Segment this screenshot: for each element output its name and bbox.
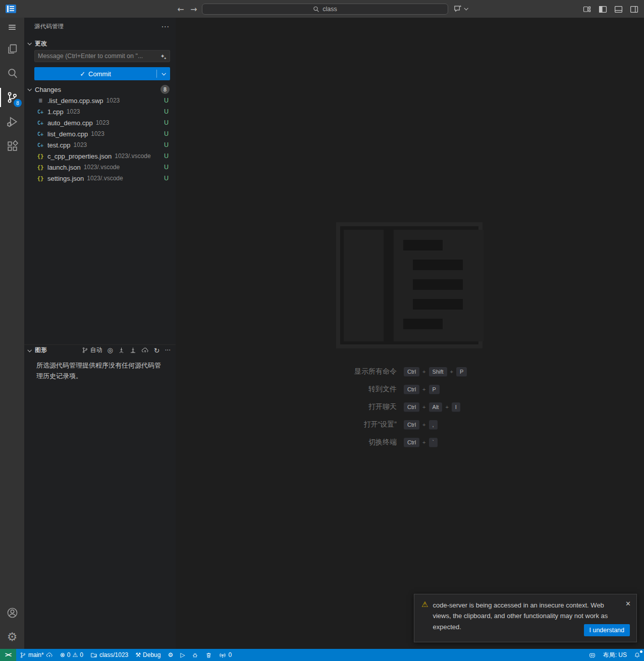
changes-tree-header[interactable]: Changes 8 bbox=[24, 84, 176, 95]
vscode-server-item[interactable] bbox=[585, 649, 600, 661]
scm-file-row[interactable]: ≡ .list_demo.cpp.swp 1023 U bbox=[24, 95, 176, 106]
more-actions-icon[interactable]: ··· bbox=[165, 347, 171, 354]
manage-gear-item[interactable]: ⚙ bbox=[164, 649, 177, 661]
key-plus-separator: + bbox=[422, 404, 425, 410]
command-center-text: class bbox=[323, 6, 337, 13]
sidebar-item-explorer[interactable] bbox=[0, 37, 24, 61]
generate-commit-message-icon[interactable]: ✦✦ bbox=[158, 53, 167, 60]
nav-back-icon[interactable]: ← bbox=[175, 3, 187, 15]
shortcut-row: 转到文件 Ctrl+P bbox=[212, 383, 596, 396]
scm-file-row[interactable]: C+ list_demo.cpp 1023 U bbox=[24, 128, 176, 139]
notifications-bell-item[interactable] bbox=[630, 649, 644, 661]
cpp-file-icon: C+ bbox=[36, 131, 44, 137]
shortcut-keys: Ctrl+, bbox=[404, 420, 438, 430]
problems-status-item[interactable]: ⊗ 0 ⚠ 0 bbox=[57, 649, 87, 661]
editor-area: 显示所有命令 Ctrl+Shift+P 转到文件 Ctrl+P 打开聊天 Ctr… bbox=[176, 18, 644, 649]
keycap: Ctrl bbox=[404, 438, 419, 447]
scm-file-row[interactable]: {} settings.json 1023/.vscode U bbox=[24, 173, 176, 184]
key-plus-separator: + bbox=[422, 386, 425, 392]
keycap: P bbox=[456, 367, 467, 377]
keyboard-layout-item[interactable]: 布局: US bbox=[600, 649, 630, 661]
folder-check-icon bbox=[90, 652, 97, 658]
commit-button[interactable]: ✓ Commit bbox=[34, 70, 156, 78]
more-actions-icon[interactable]: ··· bbox=[162, 23, 170, 31]
file-name: list_demo.cpp bbox=[47, 130, 88, 138]
file-name: 1.cpp bbox=[47, 108, 64, 116]
file-path: 1023 bbox=[67, 108, 161, 115]
folder-name: class/1023 bbox=[99, 651, 128, 658]
nav-forward-icon[interactable]: → bbox=[188, 3, 200, 15]
keycap: P bbox=[429, 385, 440, 394]
sidebar-item-search[interactable] bbox=[0, 61, 24, 85]
sidebar-item-extensions[interactable] bbox=[0, 134, 24, 158]
swp-file-icon: ≡ bbox=[36, 97, 44, 104]
commit-dropdown-button[interactable] bbox=[157, 72, 170, 75]
refresh-icon[interactable]: ↻ bbox=[154, 346, 160, 354]
commit-message-input[interactable]: Message (Ctrl+Enter to commit on "... ✦✦ bbox=[34, 50, 170, 62]
scm-file-row[interactable]: C+ 1.cpp 1023 U bbox=[24, 106, 176, 117]
toggle-panel-icon[interactable] bbox=[612, 4, 624, 15]
key-plus-separator: + bbox=[445, 404, 448, 410]
json-file-icon: {} bbox=[36, 153, 44, 160]
broadcast-icon bbox=[219, 652, 226, 658]
tools-icon: ⚒ bbox=[135, 651, 141, 658]
fetch-icon[interactable] bbox=[118, 347, 125, 353]
shortcut-keys: Ctrl+Alt+I bbox=[404, 402, 460, 412]
remote-indicator[interactable]: >< bbox=[0, 649, 16, 661]
run-debug-icon bbox=[6, 115, 19, 128]
source-control-panel: 源代码管理 ··· 更改 Message (Ctrl+Enter to comm… bbox=[24, 18, 176, 649]
notification-dot bbox=[640, 650, 642, 653]
toggle-secondary-sidebar-icon[interactable] bbox=[628, 4, 640, 15]
changes-section-header[interactable]: 更改 bbox=[24, 38, 176, 49]
cpp-file-icon: C+ bbox=[36, 142, 44, 148]
scm-file-row[interactable]: C+ test.cpp 1023 U bbox=[24, 139, 176, 150]
scm-file-row[interactable]: {} c_cpp_properties.json 1023/.vscode U bbox=[24, 150, 176, 162]
search-icon bbox=[313, 6, 319, 13]
shortcut-row: 显示所有命令 Ctrl+Shift+P bbox=[212, 365, 596, 378]
pull-icon[interactable] bbox=[130, 347, 136, 353]
copilot-chat-button[interactable] bbox=[453, 4, 467, 13]
push-cloud-icon[interactable] bbox=[141, 347, 149, 353]
git-status-letter: U bbox=[164, 141, 169, 148]
scm-file-row[interactable]: {} launch.json 1023/.vscode U bbox=[24, 162, 176, 173]
toggle-primary-sidebar-icon[interactable] bbox=[597, 4, 609, 15]
file-name: auto_demo.cpp bbox=[47, 119, 93, 127]
trash-item[interactable] bbox=[202, 649, 216, 661]
scm-file-row[interactable]: C+ auto_demo.cpp 1023 U bbox=[24, 117, 176, 128]
shortcut-keys: Ctrl+` bbox=[404, 438, 438, 447]
i-understand-button[interactable]: I understand bbox=[584, 624, 630, 636]
titlebar: ← → class bbox=[0, 0, 644, 18]
key-plus-separator: + bbox=[422, 369, 425, 375]
sidebar-item-source-control[interactable]: 8 bbox=[0, 85, 24, 110]
ports-status-item[interactable]: 0 bbox=[216, 649, 235, 661]
repo-auto-button[interactable]: 自动 bbox=[82, 346, 102, 354]
debug-bug-item[interactable] bbox=[188, 649, 202, 661]
chevron-down-icon bbox=[464, 6, 468, 10]
run-task-item[interactable]: ▷ bbox=[177, 649, 188, 661]
keycap: Shift bbox=[429, 367, 447, 377]
branch-icon bbox=[20, 652, 26, 658]
file-name: c_cpp_properties.json bbox=[47, 152, 112, 160]
shortcut-label: 打开“设置” bbox=[212, 420, 404, 429]
settings-button[interactable]: ⚙ bbox=[0, 625, 24, 649]
cpp-file-icon: C+ bbox=[36, 120, 44, 126]
git-status-letter: U bbox=[164, 164, 169, 171]
git-status-letter: U bbox=[164, 152, 169, 160]
file-path: 1023 bbox=[106, 97, 161, 104]
scm-count-badge: 8 bbox=[14, 99, 22, 107]
goto-current-history-item-icon[interactable]: ◎ bbox=[107, 346, 113, 354]
menu-button[interactable] bbox=[0, 18, 24, 37]
warning-icon: ⚠ bbox=[421, 600, 428, 632]
branch-status-item[interactable]: main* bbox=[16, 649, 57, 661]
keycap: Ctrl bbox=[404, 420, 419, 430]
debug-status-item[interactable]: ⚒ Debug bbox=[132, 649, 164, 661]
account-button[interactable] bbox=[0, 600, 24, 625]
status-bar: >< main* ⊗ 0 ⚠ 0 class/1023 ⚒ Debug ⚙ ▷ bbox=[0, 649, 644, 661]
folder-status-item[interactable]: class/1023 bbox=[87, 649, 132, 661]
customize-layout-icon[interactable] bbox=[581, 4, 593, 15]
key-plus-separator: + bbox=[422, 439, 425, 445]
sidebar-item-run-debug[interactable] bbox=[0, 110, 24, 134]
graph-section-header[interactable]: 图形 自动 ◎ ↻ ··· bbox=[24, 344, 176, 355]
command-center-search[interactable]: class bbox=[202, 4, 448, 15]
close-icon[interactable]: ✕ bbox=[625, 600, 631, 607]
